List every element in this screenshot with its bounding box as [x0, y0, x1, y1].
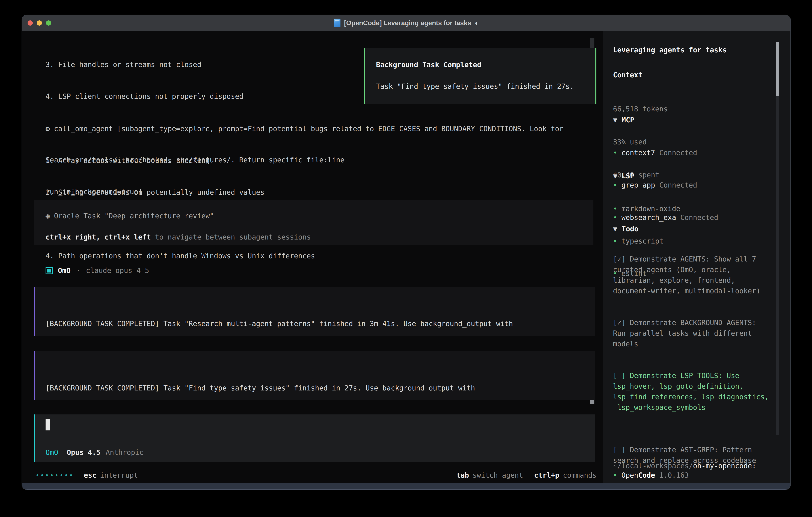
mcp-header-label: MCP	[621, 116, 634, 124]
opencode-version-row: • Open Code 1.0.163	[613, 470, 689, 481]
sidebar-scrollbar-track[interactable]	[776, 96, 779, 435]
oracle-task-panel: ◉ Oracle Task "Deep architecture review"…	[34, 200, 593, 245]
scrollback-line: 3. File handles or streams not closed	[46, 59, 345, 70]
window-title-area: [OpenCode] Leveraging agents for tasks ◐	[22, 15, 790, 31]
app-name-bold: Code	[638, 470, 655, 481]
bullet-icon: •	[613, 470, 617, 481]
esc-key-hint: esc	[84, 470, 96, 481]
conversation-pane: 3. File handles or streams not closed 4.…	[22, 31, 603, 483]
lsp-header-label: LSP	[621, 172, 634, 180]
prompt-input[interactable]: OmO Opus 4.5 Anthropic	[34, 414, 594, 462]
agent-model: claude-opus-4-5	[86, 265, 149, 276]
workspace-path-prefix: ~/local-workspaces/	[613, 462, 693, 470]
todo-item-active: [ ] Demonstrate LSP TOOLS: Use lsp_hover…	[613, 371, 775, 413]
toast-title: Background Task Completed	[376, 60, 481, 70]
session-sidebar: Leveraging agents for tasks Context 66,5…	[603, 31, 790, 483]
tool-call-line: ⚙ call_omo_agent [subagent_type=explore,…	[46, 124, 563, 134]
chevron-down-icon: ▼	[613, 116, 617, 124]
ctrl-p-key-hint: ctrl+p	[534, 470, 559, 481]
text-cursor	[46, 419, 50, 430]
esc-key-label: interrupt	[100, 470, 138, 481]
session-title: Leveraging agents for tasks	[613, 45, 727, 55]
todo-item-done: [✓] Demonstrate BACKGROUND AGENTS: Run p…	[613, 318, 775, 349]
chevron-down-icon: ▼	[613, 172, 617, 180]
tab-key-hint: tab	[456, 470, 469, 481]
bullet-icon: •	[613, 205, 617, 213]
agent-name: OmO	[58, 265, 70, 276]
status-bar-right: tab switch agent ctrl+p commands	[456, 470, 597, 481]
lsp-item: •markdown-oxide	[613, 203, 680, 214]
keybinding-text: ctrl+x right, ctrl+x left	[46, 233, 151, 241]
ctrl-p-key-label: commands	[563, 470, 597, 481]
context-tokens: 66,518 tokens	[613, 103, 668, 115]
oracle-task-label: ◉ Oracle Task "Deep architecture review"	[46, 211, 214, 221]
main-scrollbar-thumb-top[interactable]	[590, 38, 594, 48]
background-task-message: [BACKGROUND TASK COMPLETED] Task "Find t…	[34, 351, 594, 400]
mcp-item-status	[655, 149, 659, 157]
mcp-item-name: context7	[621, 149, 655, 157]
keybinding-description: to navigate between subagent sessions	[151, 233, 311, 241]
background-task-toast: Background Task Completed Task "Find typ…	[364, 48, 597, 104]
background-task-message: [BACKGROUND TASK COMPLETED] Task "Resear…	[34, 287, 594, 336]
tab-key-label: switch agent	[472, 470, 523, 481]
input-agent-label: OmO	[46, 447, 58, 458]
context-section-header: Context	[613, 70, 643, 80]
input-meta-row: OmO Opus 4.5 Anthropic	[46, 447, 143, 458]
app-version-number: 1.0.163	[659, 470, 689, 481]
agent-session-header: OmO · claude-opus-4-5	[46, 265, 149, 276]
opencode-terminal-window: [OpenCode] Leveraging agents for tasks ◐…	[22, 15, 790, 490]
status-bar: •••••••• esc interrupt tab switch agent …	[35, 470, 597, 481]
message-line: [BACKGROUND TASK COMPLETED] Task "Resear…	[46, 319, 513, 329]
mcp-section-header[interactable]: ▼MCP	[613, 115, 634, 125]
document-fold-decoration	[335, 20, 340, 21]
lsp-section-header[interactable]: ▼LSP	[613, 171, 634, 181]
spinner-dots-icon: ••••••••	[35, 470, 74, 481]
separator-dot: ·	[76, 265, 80, 276]
input-model-label: Opus 4.5	[67, 447, 100, 458]
scrollback-line: 4. LSP client connections not properly d…	[46, 91, 345, 102]
chevron-down-icon: ▼	[613, 225, 617, 233]
todo-item-done: [✓] Demonstrate AGENTS: Show all 7 curat…	[613, 254, 775, 296]
bullet-icon: •	[613, 149, 617, 157]
agent-square-icon	[46, 267, 53, 274]
tool-call-line: 1. Array access without bounds checking	[46, 155, 563, 166]
tool-call-line: 2. String operations on potentially unde…	[46, 187, 563, 198]
oracle-task-hint: ctrl+x right, ctrl+x left to navigate be…	[46, 232, 311, 243]
document-icon	[334, 19, 341, 27]
mcp-item: •context7 Connected	[613, 147, 718, 158]
mcp-item-status-text: Connected	[659, 149, 697, 157]
input-provider-label: Anthropic	[106, 447, 144, 458]
app-name-regular: Open	[621, 470, 638, 481]
tool-call-line: 4. Path operations that don't handle Win…	[46, 251, 563, 261]
message-line: [BACKGROUND TASK COMPLETED] Task "Find t…	[46, 383, 475, 393]
main-scrollbar-thumb-bottom[interactable]	[590, 400, 594, 404]
mcp-item-status-text: Connected	[680, 214, 718, 221]
workspace-path-name: oh-my-opencode:	[693, 462, 756, 470]
todo-header-label: Todo	[621, 225, 638, 233]
toast-body: Task "Find type safety issues" finished …	[376, 81, 574, 92]
titlebar: [OpenCode] Leveraging agents for tasks ◐	[22, 15, 790, 31]
lsp-item-name: markdown-oxide	[621, 205, 680, 213]
sidebar-scrollbar-thumb[interactable]	[776, 42, 779, 96]
window-title: [OpenCode] Leveraging agents for tasks	[344, 19, 471, 27]
window-bottom-strip	[22, 483, 790, 490]
half-circle-icon: ◐	[475, 19, 479, 27]
agent-square-icon-fill	[47, 269, 51, 272]
